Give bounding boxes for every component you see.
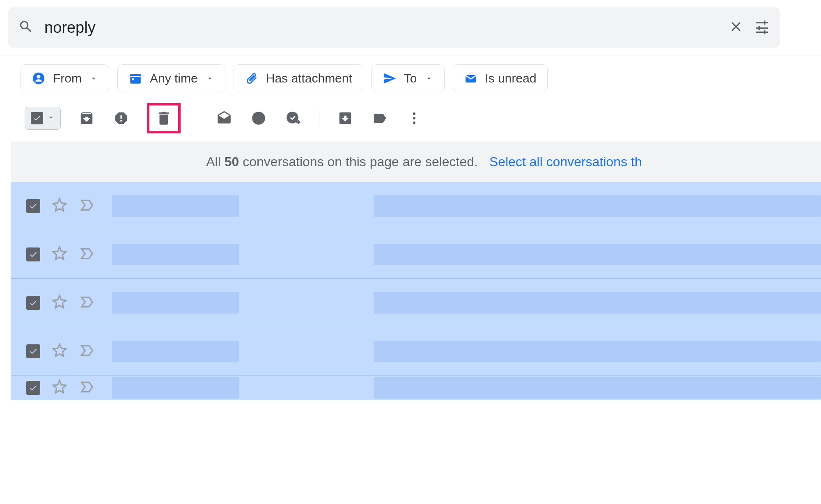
message-list bbox=[11, 182, 821, 400]
star-icon[interactable] bbox=[52, 197, 67, 215]
separator bbox=[319, 109, 319, 127]
move-to-icon bbox=[337, 110, 353, 126]
separator bbox=[198, 109, 198, 127]
row-checkbox[interactable] bbox=[26, 344, 40, 358]
subject-placeholder bbox=[374, 341, 821, 362]
add-to-tasks-button[interactable] bbox=[284, 110, 302, 127]
move-to-button[interactable] bbox=[337, 110, 354, 127]
row-checkbox[interactable] bbox=[26, 199, 40, 213]
filter-chips-row: From Any time Has attachment To Is unrea… bbox=[0, 64, 821, 103]
svg-point-8 bbox=[413, 112, 415, 115]
filter-chip-label: Is unread bbox=[485, 71, 537, 85]
sender-placeholder bbox=[112, 244, 239, 265]
important-icon[interactable] bbox=[79, 379, 95, 397]
sender-placeholder bbox=[112, 377, 239, 399]
filter-chip-attachment[interactable]: Has attachment bbox=[234, 64, 363, 92]
sender-placeholder bbox=[112, 292, 239, 314]
subject-placeholder bbox=[374, 195, 821, 217]
message-row[interactable] bbox=[11, 230, 821, 279]
filter-chip-label: To bbox=[404, 71, 417, 85]
clock-icon bbox=[251, 110, 266, 126]
checkbox-icon bbox=[31, 112, 43, 124]
mark-read-button[interactable] bbox=[216, 110, 233, 127]
open-mail-icon bbox=[216, 110, 232, 126]
labels-button[interactable] bbox=[371, 110, 388, 127]
search-icon bbox=[18, 19, 34, 36]
row-checkbox[interactable] bbox=[26, 296, 40, 310]
unread-mail-icon bbox=[464, 71, 478, 85]
chevron-down-icon bbox=[47, 114, 55, 123]
action-toolbar bbox=[0, 103, 821, 142]
filter-chip-label: From bbox=[53, 71, 82, 85]
label-icon bbox=[372, 110, 388, 126]
message-row[interactable] bbox=[11, 327, 821, 376]
subject-placeholder bbox=[374, 244, 821, 265]
more-button[interactable] bbox=[406, 110, 423, 127]
report-spam-button[interactable] bbox=[112, 110, 130, 127]
search-input[interactable] bbox=[44, 18, 718, 37]
important-icon[interactable] bbox=[79, 197, 95, 215]
chevron-down-icon bbox=[424, 74, 433, 83]
row-checkbox[interactable] bbox=[26, 247, 40, 261]
chevron-down-icon bbox=[205, 74, 214, 83]
filter-chip-label: Any time bbox=[150, 71, 198, 85]
star-icon[interactable] bbox=[52, 343, 67, 360]
selection-text-prefix: All bbox=[206, 154, 224, 169]
selection-text-suffix: conversations on this page are selected. bbox=[239, 154, 478, 169]
filter-chip-unread[interactable]: Is unread bbox=[453, 64, 548, 92]
message-row[interactable] bbox=[11, 182, 821, 230]
message-row[interactable] bbox=[11, 279, 821, 327]
snooze-button[interactable] bbox=[250, 110, 267, 127]
important-icon[interactable] bbox=[79, 245, 95, 263]
star-icon[interactable] bbox=[52, 294, 67, 312]
svg-point-1 bbox=[37, 75, 40, 78]
archive-icon bbox=[79, 110, 94, 126]
task-icon bbox=[285, 110, 301, 126]
star-icon[interactable] bbox=[52, 379, 67, 396]
svg-point-9 bbox=[413, 117, 415, 119]
search-options-icon[interactable] bbox=[754, 18, 770, 37]
subject-placeholder bbox=[374, 292, 821, 314]
delete-button[interactable] bbox=[147, 103, 181, 133]
message-row[interactable] bbox=[11, 376, 821, 400]
star-icon[interactable] bbox=[52, 246, 67, 263]
row-checkbox[interactable] bbox=[26, 381, 40, 395]
selection-count: 50 bbox=[225, 154, 239, 169]
spam-icon bbox=[113, 110, 129, 126]
attachment-icon bbox=[245, 71, 259, 85]
subject-placeholder bbox=[374, 377, 821, 399]
filter-chip-from[interactable]: From bbox=[21, 64, 109, 92]
important-icon[interactable] bbox=[79, 294, 95, 312]
calendar-icon bbox=[128, 71, 142, 85]
clear-search-icon[interactable] bbox=[728, 19, 744, 36]
filter-chip-to[interactable]: To bbox=[372, 64, 445, 92]
important-icon[interactable] bbox=[79, 342, 95, 360]
more-vert-icon bbox=[406, 110, 422, 126]
chevron-down-icon bbox=[89, 74, 98, 83]
sender-placeholder bbox=[112, 195, 239, 217]
filter-chip-label: Has attachment bbox=[266, 71, 352, 85]
sender-placeholder bbox=[112, 341, 239, 362]
trash-icon bbox=[155, 110, 172, 127]
svg-rect-5 bbox=[130, 76, 141, 77]
send-icon bbox=[383, 71, 397, 85]
selection-banner: All 50 conversations on this page are se… bbox=[11, 142, 821, 182]
archive-button[interactable] bbox=[78, 110, 95, 127]
filter-chip-anytime[interactable]: Any time bbox=[117, 64, 225, 92]
select-all-checkbox[interactable] bbox=[25, 107, 61, 130]
selection-banner-text: All 50 conversations on this page are se… bbox=[206, 154, 478, 170]
svg-point-10 bbox=[413, 121, 415, 124]
person-icon bbox=[32, 71, 46, 85]
search-bar bbox=[8, 7, 780, 48]
svg-rect-4 bbox=[132, 78, 134, 80]
select-all-conversations-link[interactable]: Select all conversations th bbox=[489, 154, 642, 170]
divider bbox=[0, 55, 821, 55]
